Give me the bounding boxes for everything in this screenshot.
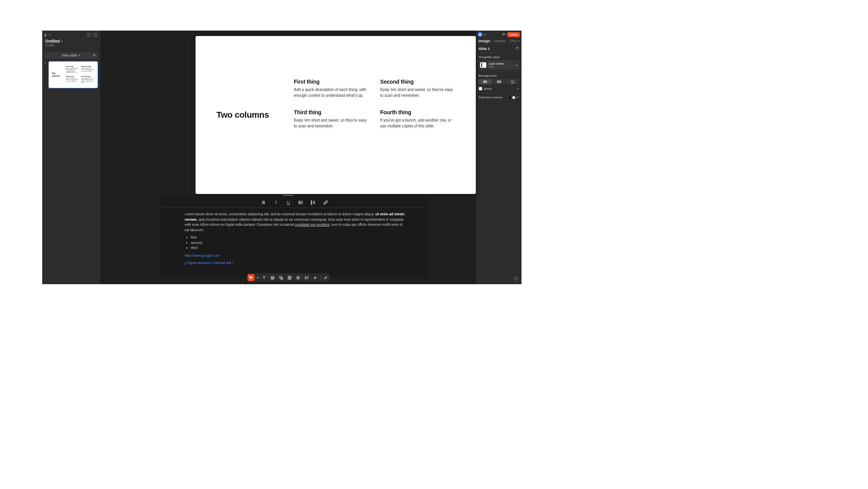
comment-tool[interactable]: [303, 274, 310, 281]
svg-point-38: [326, 276, 327, 277]
shape-tool[interactable]: [278, 274, 285, 281]
link-button[interactable]: [322, 199, 329, 206]
svg-point-37: [324, 278, 325, 279]
svg-point-26: [272, 277, 273, 278]
svg-rect-3: [96, 33, 97, 34]
template-style-heading: Template style: [479, 55, 519, 59]
list-item[interactable]: third: [191, 245, 405, 251]
slide-cell[interactable]: Fourth thing If you've got a bunch, add …: [380, 109, 455, 129]
template-style-picker[interactable]: Light slides Inter: [479, 60, 519, 70]
cell-heading[interactable]: Fourth thing: [380, 109, 455, 115]
text-tool[interactable]: [261, 274, 268, 281]
speaker-notes-editor[interactable]: Lorem ipsum dolor sit amet, consectetur …: [161, 208, 428, 277]
slide-thumbnail-1[interactable]: Two columns First thingAdd a quick descr…: [48, 61, 98, 88]
chevron-down-icon: [61, 41, 63, 42]
underline-button[interactable]: U: [285, 199, 292, 206]
italic-button[interactable]: I: [273, 199, 280, 206]
selection-color-chip[interactable]: [512, 96, 515, 99]
cell-body[interactable]: Keep 'em short and sweet, so they're eas…: [380, 87, 455, 98]
chevron-down-icon: [78, 55, 81, 56]
panel-layout-button[interactable]: [86, 32, 92, 38]
svg-rect-5: [96, 35, 97, 36]
svg-rect-8: [483, 81, 487, 83]
move-tool[interactable]: [247, 274, 254, 281]
cell-body[interactable]: Add a quick description of each thing, w…: [294, 87, 369, 98]
chevron-down-icon: [515, 65, 518, 66]
slide-cell[interactable]: Third thing Keep 'em short and sweet, so…: [294, 109, 369, 129]
zoom-control[interactable]: 77%: [509, 39, 520, 43]
bg-mode-solid[interactable]: [479, 79, 492, 84]
cell-body[interactable]: If you've got a bunch, add another row, …: [380, 118, 455, 129]
notes-resize-handle[interactable]: [283, 195, 293, 196]
file-title[interactable]: Untitled: [45, 39, 97, 43]
image-tool[interactable]: [269, 274, 276, 281]
svg-point-12: [512, 81, 513, 82]
chevron-down-icon[interactable]: [256, 277, 259, 278]
slide[interactable]: Two columns First thing Add a quick desc…: [196, 36, 476, 194]
cell-heading[interactable]: First thing: [294, 79, 369, 85]
svg-point-28: [281, 277, 283, 280]
chevron-down-icon: [517, 41, 520, 42]
external-link[interactable]: http://www.google.com: [185, 254, 220, 257]
add-tool[interactable]: [312, 274, 319, 281]
slide-cell[interactable]: Second thing Keep 'em short and sweet, s…: [380, 79, 455, 98]
notes-toolbar: B I U 123: [161, 197, 428, 208]
present-button[interactable]: [502, 32, 506, 37]
svg-point-33: [297, 277, 298, 278]
chevron-down-icon[interactable]: [484, 34, 486, 35]
table-tool[interactable]: [286, 274, 293, 281]
svg-rect-0: [87, 33, 91, 36]
template-swatch-icon: [480, 62, 486, 68]
selection-color-more[interactable]: +1: [516, 96, 519, 99]
grid-view-button[interactable]: [93, 32, 98, 38]
numbered-list-button[interactable]: 123: [310, 199, 317, 206]
chevron-down-icon: [517, 88, 519, 89]
app-window: Untitled Drafts New slide + 1 Two column…: [42, 31, 521, 284]
chevron-down-icon: [49, 34, 51, 36]
slide-settings-icon[interactable]: [515, 46, 519, 51]
new-slide-button[interactable]: New slide +: [45, 52, 98, 59]
svg-text:3: 3: [311, 203, 312, 205]
svg-rect-4: [94, 35, 95, 36]
svg-point-13: [299, 201, 300, 202]
sticker-tool[interactable]: [295, 274, 302, 281]
svg-point-34: [298, 277, 299, 278]
file-location[interactable]: Drafts: [42, 43, 100, 50]
svg-rect-7: [516, 48, 519, 50]
left-panel: Untitled Drafts New slide + 1 Two column…: [42, 31, 100, 284]
slide-number: 1: [45, 61, 47, 88]
list-item[interactable]: first: [191, 235, 405, 240]
bullet-list-button[interactable]: [297, 199, 304, 206]
user-avatar[interactable]: N: [478, 32, 482, 37]
slide-name-label: Slide 1: [479, 47, 490, 51]
tab-design[interactable]: Design: [479, 39, 490, 43]
help-button[interactable]: ?: [513, 276, 519, 282]
tab-animate[interactable]: Animate: [493, 39, 506, 43]
share-button[interactable]: Share: [507, 32, 520, 37]
svg-point-17: [299, 203, 300, 204]
cell-heading[interactable]: Second thing: [380, 79, 455, 85]
svg-rect-10: [499, 81, 501, 83]
internal-link[interactable]: [ Figma resource | internal link ]: [185, 261, 233, 265]
main-menu-button[interactable]: [45, 33, 51, 37]
cell-body[interactable]: Keep 'em short and sweet, so they're eas…: [294, 118, 369, 129]
figma-logo-icon: [45, 33, 48, 37]
bg-mode-split[interactable]: [492, 79, 506, 84]
canvas[interactable]: Two columns First thing Add a quick desc…: [100, 31, 476, 284]
bold-button[interactable]: B: [260, 199, 267, 206]
list-item[interactable]: second: [191, 240, 405, 246]
cell-heading[interactable]: Third thing: [294, 109, 369, 115]
color-swatch-icon: [479, 87, 482, 91]
background-color-picker[interactable]: White: [479, 86, 519, 91]
selection-colors-heading: Selection colors: [479, 96, 503, 99]
slide-cell[interactable]: First thing Add a quick description of e…: [294, 79, 369, 98]
bg-mode-image[interactable]: [506, 79, 519, 84]
svg-rect-2: [94, 33, 95, 34]
svg-marker-6: [503, 33, 505, 36]
slide-title[interactable]: Two columns: [216, 110, 269, 120]
selection-color-chip[interactable]: [508, 96, 511, 99]
background-heading: Background: [479, 74, 519, 77]
plus-icon[interactable]: +: [93, 53, 96, 58]
svg-point-15: [299, 202, 300, 203]
interactions-tool[interactable]: [322, 274, 329, 281]
